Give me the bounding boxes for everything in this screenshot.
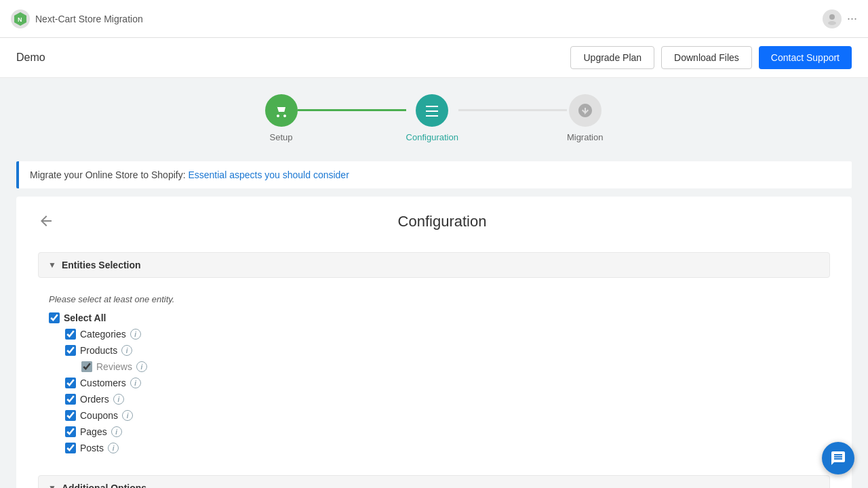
info-banner-text: Migrate your Online Store to Shopify:: [30, 169, 188, 180]
entities-section-body: Please select at least one entity. Selec…: [38, 289, 830, 470]
entities-note: Please select at least one entity.: [49, 294, 819, 304]
checkbox-posts-input[interactable]: [65, 443, 76, 453]
checkbox-products: Products i: [65, 345, 819, 356]
checkbox-categories-input[interactable]: [65, 329, 76, 340]
entities-section-title: Entities Selection: [62, 260, 141, 270]
checkbox-pages: Pages i: [65, 426, 819, 437]
upgrade-plan-button[interactable]: Upgrade Plan: [570, 46, 654, 69]
checkbox-reviews-label: Reviews: [96, 361, 132, 372]
card-title: Configuration: [54, 213, 830, 230]
checkbox-select-all-input[interactable]: [49, 312, 60, 323]
checkbox-select-all: Select All: [49, 312, 819, 323]
checkbox-posts-label: Posts: [80, 443, 104, 453]
main-card: Configuration ▼ Entities Selection Pleas…: [16, 197, 852, 488]
user-avatar-icon[interactable]: [823, 9, 842, 28]
checkbox-coupons: Coupons i: [65, 410, 819, 421]
svg-point-2: [829, 14, 835, 20]
checkbox-select-all-label: Select All: [64, 312, 106, 323]
app-logo-icon: N: [11, 9, 30, 28]
checkbox-orders-label: Orders: [80, 394, 109, 405]
subheader: Demo Upgrade Plan Download Files Contact…: [0, 38, 868, 78]
checkbox-products-label: Products: [80, 345, 117, 356]
checkbox-coupons-label: Coupons: [80, 410, 118, 421]
demo-label: Demo: [16, 52, 45, 64]
step-migration: Migration: [567, 94, 603, 142]
step-configuration-label: Configuration: [406, 132, 458, 142]
action-buttons: Upgrade Plan Download Files Contact Supp…: [570, 46, 852, 69]
checkbox-pages-input[interactable]: [65, 426, 76, 437]
posts-info-icon[interactable]: i: [108, 443, 119, 453]
info-banner: Migrate your Online Store to Shopify: Es…: [16, 161, 852, 188]
checkbox-coupons-input[interactable]: [65, 410, 76, 421]
step-setup-label: Setup: [270, 132, 293, 142]
download-files-button[interactable]: Download Files: [661, 46, 752, 69]
app-title: Next-Cart Store Migration: [35, 14, 143, 24]
orders-info-icon[interactable]: i: [113, 394, 124, 405]
entities-section-header[interactable]: ▼ Entities Selection: [38, 252, 830, 278]
checkbox-orders-input[interactable]: [65, 394, 76, 405]
checkbox-customers: Customers i: [65, 378, 819, 388]
topbar-right: ···: [823, 9, 857, 28]
pages-info-icon[interactable]: i: [111, 426, 122, 437]
checkbox-reviews-input[interactable]: [81, 361, 92, 372]
step-connector-2: [458, 109, 567, 111]
card-header: Configuration: [38, 213, 830, 247]
checkbox-categories: Categories i: [65, 329, 819, 340]
checkbox-categories-label: Categories: [80, 329, 126, 340]
topbar: N Next-Cart Store Migration ···: [0, 0, 868, 38]
products-info-icon[interactable]: i: [121, 345, 132, 356]
checkbox-customers-input[interactable]: [65, 378, 76, 388]
svg-point-3: [828, 21, 836, 25]
more-options-icon[interactable]: ···: [847, 12, 857, 26]
categories-info-icon[interactable]: i: [130, 329, 141, 340]
stepper-container: Setup Configuration Migration: [0, 78, 868, 153]
back-button[interactable]: [38, 213, 54, 232]
additional-section-header[interactable]: ▼ Additional Options: [38, 475, 830, 488]
checkbox-orders: Orders i: [65, 394, 819, 405]
topbar-left: N Next-Cart Store Migration: [11, 9, 143, 28]
info-banner-link[interactable]: Essential aspects you should consider: [188, 169, 349, 180]
additional-section-title: Additional Options: [62, 483, 146, 488]
step-setup: Setup: [265, 94, 298, 142]
checkbox-pages-label: Pages: [80, 426, 107, 437]
customers-info-icon[interactable]: i: [130, 378, 141, 388]
step-connector-1: [298, 109, 406, 111]
reviews-info-icon[interactable]: i: [136, 361, 147, 372]
checkbox-products-input[interactable]: [65, 345, 76, 356]
chat-button[interactable]: [822, 442, 854, 474]
additional-chevron-icon: ▼: [48, 483, 56, 488]
checkbox-posts: Posts i: [65, 443, 819, 453]
step-configuration-circle: [416, 94, 448, 127]
step-migration-label: Migration: [567, 132, 603, 142]
checkbox-reviews: Reviews i: [81, 361, 819, 372]
stepper: Setup Configuration Migration: [265, 94, 604, 142]
step-setup-circle: [265, 94, 298, 127]
contact-support-button[interactable]: Contact Support: [759, 46, 852, 69]
coupons-info-icon[interactable]: i: [122, 410, 133, 421]
entities-chevron-icon: ▼: [48, 260, 56, 270]
step-configuration: Configuration: [406, 94, 458, 142]
checkbox-customers-label: Customers: [80, 378, 126, 388]
step-migration-circle: [569, 94, 601, 127]
svg-text:N: N: [18, 16, 22, 23]
